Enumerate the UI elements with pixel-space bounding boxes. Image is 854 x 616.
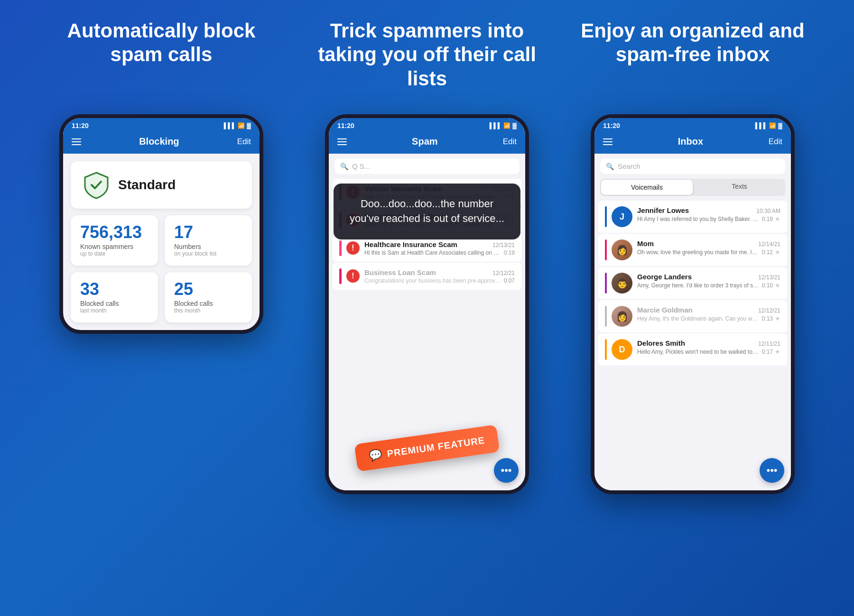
star-icon-3: ★ (775, 315, 780, 322)
inbox-info-0: Jennifer Lowes 10:30 AM Hi Amy I was ref… (637, 206, 780, 222)
inbox-tab-bar: Voicemails Texts (600, 179, 785, 196)
stat-sublabel-1: on your block list (174, 250, 242, 257)
spam-title-3: Business Loan Scam (364, 268, 436, 276)
status-icons-1: ▌▌▌ 📶 ▓ (224, 122, 251, 129)
inbox-content: 🔍 Search Voicemails Texts J Jennifer Low… (594, 158, 791, 490)
inbox-name-3: Marcie Goldman (637, 306, 693, 314)
battery-icon-2: ▓ (512, 122, 517, 129)
headline-1: Automatically block spam calls (42, 19, 281, 91)
shield-icon (82, 171, 111, 199)
nav-title-3: Inbox (678, 136, 703, 147)
status-bar-1: 11:20 ▌▌▌ 📶 ▓ (63, 118, 260, 131)
spam-info-3: Business Loan Scam 12/12/21 Congratulati… (364, 268, 515, 284)
inbox-search-bar[interactable]: 🔍 Search (600, 158, 785, 174)
inbox-time-1: 12/14/21 (758, 241, 780, 248)
nav-title-2: Spam (412, 136, 437, 147)
hamburger-icon[interactable] (72, 138, 81, 145)
status-icons-3: ▌▌▌ 📶 ▓ (755, 122, 782, 129)
spam-preview-2: Hi this is Sam at Health Care Associates… (364, 249, 501, 256)
premium-icon: 💬 (368, 449, 383, 463)
premium-badge[interactable]: 💬 PREMIUM FEATURE (354, 424, 500, 471)
status-bar-2: 11:20 ▌▌▌ 📶 ▓ (329, 118, 525, 131)
battery-icon-3: ▓ (778, 122, 782, 129)
tab-voicemails[interactable]: Voicemails (601, 180, 693, 195)
inbox-name-2: George Landers (637, 273, 692, 281)
status-time-1: 11:20 (72, 122, 89, 129)
status-bar-3: 11:20 ▌▌▌ 📶 ▓ (594, 118, 791, 131)
stat-sublabel-0: up to date (80, 250, 149, 257)
inbox-info-1: Mom 12/14/21 Oh wow, love the greeting y… (637, 239, 780, 256)
standard-card: Standard (71, 161, 252, 209)
star-icon-0: ★ (775, 215, 780, 222)
premium-label: PREMIUM FEATURE (386, 435, 485, 460)
spam-tooltip: Doo...doo...doo...the number you've reac… (334, 184, 520, 239)
inbox-item-3[interactable]: 👩 Marcie Goldman 12/12/21 Hey Amy, it's … (598, 300, 787, 332)
inbox-time-2: 12/13/21 (758, 274, 780, 281)
nav-edit-1[interactable]: Edit (237, 137, 251, 147)
inbox-name-1: Mom (637, 239, 654, 248)
headline-2: Trick spammers into taking you off their… (307, 19, 547, 91)
phone-inbox: 11:20 ▌▌▌ 📶 ▓ Inbox Edit 🔍 Search Voicem… (591, 114, 795, 494)
nav-title-1: Blocking (139, 136, 179, 147)
avatar-3: 👩 (612, 306, 632, 327)
standard-label: Standard (118, 177, 176, 193)
inbox-info-3: Marcie Goldman 12/12/21 Hey Amy, it's th… (637, 306, 780, 322)
stat-sublabel-3: this month (174, 307, 242, 314)
nav-edit-3[interactable]: Edit (769, 137, 782, 147)
search-placeholder-2: Q S... (352, 162, 370, 170)
inbox-info-2: George Landers 12/13/21 Amy, George here… (637, 273, 780, 289)
avatar-0: J (612, 206, 632, 227)
stat-number-1: 17 (174, 224, 242, 241)
blocking-content: Standard 756,313 Known spammers up to da… (63, 154, 260, 330)
inbox-item-4[interactable]: D Delores Smith 12/11/21 Hello Amy, Pick… (598, 333, 787, 366)
wifi-icon-3: 📶 (769, 122, 776, 129)
fab-button-2[interactable]: ••• (494, 458, 519, 483)
tab-texts[interactable]: Texts (694, 179, 785, 196)
inbox-item-0[interactable]: J Jennifer Lowes 10:30 AM Hi Amy I was r… (598, 201, 787, 233)
avatar-4: D (612, 339, 632, 360)
spam-accent-3 (339, 268, 342, 284)
inbox-list: J Jennifer Lowes 10:30 AM Hi Amy I was r… (594, 201, 791, 366)
inbox-accent-3 (605, 306, 607, 327)
spam-item-3[interactable]: ! Business Loan Scam 12/12/21 Congratula… (333, 263, 521, 290)
avatar-1: 👩 (612, 239, 632, 260)
spam-search-bar[interactable]: 🔍 Q S... (334, 158, 520, 174)
inbox-time-3: 12/12/21 (758, 307, 780, 314)
avatar-letter-1: 👩 (616, 244, 628, 256)
avatar-letter-0: J (620, 212, 624, 222)
stat-label-3: Blocked calls (174, 300, 242, 307)
hamburger-icon-2[interactable] (337, 138, 347, 145)
search-icon-2: 🔍 (340, 163, 348, 170)
stat-number-2: 33 (80, 281, 149, 298)
hamburger-icon-3[interactable] (603, 138, 613, 145)
inbox-item-2[interactable]: 👨 George Landers 12/13/21 Amy, George he… (598, 267, 787, 299)
inbox-preview-1: Oh wow, love the greeting you made for m… (637, 249, 759, 256)
star-icon-4: ★ (775, 348, 780, 355)
inbox-preview-2: Amy, George here. I'd like to order 3 tr… (637, 282, 759, 289)
inbox-preview-3: Hey Amy, it's the Goldmans again. Can yo… (637, 315, 759, 322)
spam-alert-2: ! (346, 241, 360, 255)
fab-icon-2: ••• (501, 464, 511, 477)
inbox-meta-4: 0:17 ★ (762, 348, 780, 355)
spam-accent-2 (339, 240, 342, 256)
spam-duration-3: 0:07 (504, 277, 515, 284)
fab-button-3[interactable]: ••• (760, 458, 784, 483)
stat-card-0: 756,313 Known spammers up to date (71, 215, 158, 266)
nav-edit-2[interactable]: Edit (503, 137, 517, 147)
signal-icon-3: ▌▌▌ (755, 122, 768, 129)
inbox-item-1[interactable]: 👩 Mom 12/14/21 Oh wow, love the greeting… (598, 234, 787, 266)
phone-blocking: 11:20 ▌▌▌ 📶 ▓ Blocking Edit Standard (59, 114, 263, 334)
nav-bar-3: Inbox Edit (594, 131, 791, 154)
inbox-accent-0 (605, 206, 607, 227)
status-icons-2: ▌▌▌ 📶 ▓ (490, 122, 517, 129)
spam-time-2: 12/13/21 (492, 242, 515, 248)
headline-3: Enjoy an organized and spam-free inbox (573, 19, 812, 91)
tooltip-text: Doo...doo...doo...the number you've reac… (350, 198, 504, 224)
battery-icon: ▓ (247, 122, 251, 129)
stat-label-1: Numbers (174, 243, 242, 250)
signal-icon-2: ▌▌▌ (490, 122, 502, 129)
wifi-icon-2: 📶 (503, 122, 511, 129)
star-icon-2: ★ (775, 282, 780, 289)
spam-preview-3: Congratulations your business has been p… (364, 277, 501, 284)
star-icon-1: ★ (775, 248, 780, 256)
